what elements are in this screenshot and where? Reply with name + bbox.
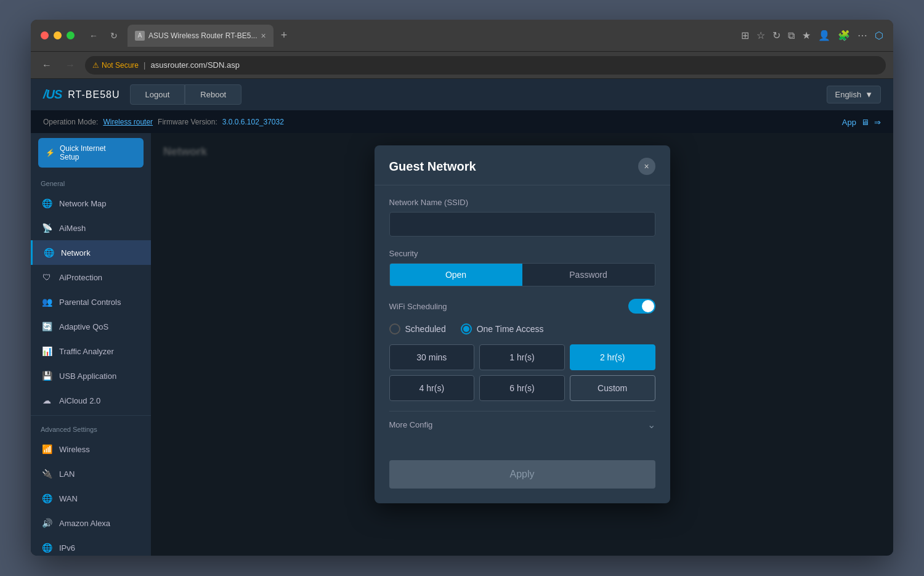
reader-view-icon[interactable]: ⊞: [741, 30, 749, 41]
sidebar-item-aimesh[interactable]: 📡 AiMesh: [31, 216, 151, 240]
firmware-version[interactable]: 3.0.0.6.102_37032: [222, 118, 284, 126]
sidebar-item-ipv6[interactable]: 🌐 IPv6: [31, 535, 151, 556]
active-tab[interactable]: A ASUS Wireless Router RT-BE5... ×: [128, 25, 274, 47]
parental-controls-icon: 👥: [41, 296, 53, 308]
security-password-button[interactable]: Password: [522, 264, 655, 286]
sidebar-item-wan[interactable]: 🌐 WAN: [31, 486, 151, 511]
language-label: English: [835, 90, 861, 99]
browser-back-button[interactable]: ←: [87, 28, 100, 43]
security-label: Security: [389, 249, 655, 258]
advanced-settings-title: Advanced Settings: [31, 418, 151, 437]
sidebar: ⚡ Quick InternetSetup General 🌐 Network …: [31, 133, 151, 556]
security-group: Security Open Password: [389, 249, 655, 286]
browser-right-icons: ⊞ ☆ ↻ ⧉ ★ 👤 🧩 ⋯ ⬡: [741, 30, 883, 41]
close-icon: ×: [644, 161, 649, 171]
app-icons: App 🖥 ⇒: [842, 118, 881, 127]
modal-title: Guest Network: [389, 160, 476, 174]
address-bar-row: ← → ⚠ Not Secure | asusrouter.com/SDN.as…: [31, 52, 893, 79]
network-name-input[interactable]: [389, 212, 655, 237]
aimesh-icon: 📡: [41, 222, 53, 234]
sidebar-item-label: Amazon Alexa: [59, 519, 110, 528]
more-config-row[interactable]: More Config ⌄: [389, 411, 655, 438]
cast-icon[interactable]: ⇒: [874, 118, 881, 127]
sidebar-item-traffic-analyzer[interactable]: 📊 Traffic Analyzer: [31, 339, 151, 363]
security-open-button[interactable]: Open: [390, 264, 522, 286]
language-select[interactable]: English ▼: [827, 86, 881, 103]
forward-button[interactable]: →: [62, 57, 79, 73]
sidebar-item-network-map[interactable]: 🌐 Network Map: [31, 191, 151, 216]
scheduling-radio-group: Scheduled One Time Access: [389, 323, 655, 335]
sidebar-item-parental-controls[interactable]: 👥 Parental Controls: [31, 290, 151, 314]
scheduled-radio-circle: [389, 323, 400, 335]
time-6hr-button[interactable]: 6 hr(s): [479, 375, 565, 401]
wifi-scheduling-toggle[interactable]: [628, 299, 655, 314]
sidebar-item-aicloud[interactable]: ☁ AiCloud 2.0: [31, 388, 151, 413]
scheduled-radio[interactable]: Scheduled: [389, 323, 446, 335]
operation-mode-value[interactable]: Wireless router: [103, 118, 153, 126]
bookmark-icon[interactable]: ☆: [756, 30, 765, 41]
reboot-button[interactable]: Reboot: [185, 84, 241, 105]
router-logo: /US RT-BE58U: [43, 87, 120, 102]
security-label: Not Secure: [102, 61, 139, 70]
tab-close-button[interactable]: ×: [261, 31, 266, 41]
router-content: /US RT-BE58U Logout Reboot English ▼ Ope…: [31, 79, 893, 556]
sidebar-item-wireless[interactable]: 📶 Wireless: [31, 437, 151, 461]
new-tab-button[interactable]: +: [276, 26, 293, 44]
fullscreen-window-button[interactable]: [67, 31, 75, 39]
sidebar-item-usb-application[interactable]: 💾 USB Application: [31, 363, 151, 388]
sidebar-item-amazon-alexa[interactable]: 🔊 Amazon Alexa: [31, 511, 151, 535]
time-options-grid: 30 mins 1 hr(s) 2 hr(s) 4 hr(s) 6 hr(s) …: [389, 344, 655, 401]
sidebar-item-label: AiProtection: [59, 273, 102, 282]
router-topbar: /US RT-BE58U Logout Reboot English ▼: [31, 79, 893, 111]
logout-button[interactable]: Logout: [130, 84, 185, 105]
modal-overlay: Guest Network × Network Name (SSID): [151, 133, 893, 556]
traffic-lights: [41, 31, 75, 39]
extensions-icon[interactable]: 🧩: [838, 30, 850, 41]
copilot-icon[interactable]: ⬡: [875, 30, 883, 41]
security-badge: ⚠ Not Secure: [92, 61, 139, 70]
apply-button[interactable]: Apply: [389, 460, 655, 489]
sidebar-item-label: Adaptive QoS: [59, 322, 108, 331]
time-1hr-button[interactable]: 1 hr(s): [479, 344, 565, 370]
firmware-label: Firmware Version:: [158, 118, 217, 126]
profile-icon[interactable]: 👤: [818, 30, 830, 41]
wireless-icon: 📶: [41, 443, 53, 455]
one-time-radio[interactable]: One Time Access: [461, 323, 544, 335]
one-time-radio-circle: [461, 323, 472, 335]
split-view-icon[interactable]: ⧉: [788, 30, 795, 41]
security-options: Open Password: [389, 263, 655, 286]
router-main: ⚡ Quick InternetSetup General 🌐 Network …: [31, 133, 893, 556]
sidebar-item-label: Network Map: [59, 199, 107, 208]
browser-reload-button[interactable]: ↻: [108, 28, 120, 43]
close-window-button[interactable]: [41, 31, 49, 39]
refresh-icon[interactable]: ↻: [772, 30, 780, 41]
modal-close-button[interactable]: ×: [638, 158, 655, 175]
minimize-window-button[interactable]: [54, 31, 62, 39]
lan-icon: 🔌: [41, 468, 53, 480]
monitor-icon[interactable]: 🖥: [861, 118, 869, 127]
traffic-analyzer-icon: 📊: [41, 345, 53, 357]
sidebar-item-network[interactable]: 🌐 Network: [31, 240, 151, 265]
reload-icon[interactable]: ↻: [108, 28, 120, 43]
sidebar-item-lan[interactable]: 🔌 LAN: [31, 461, 151, 486]
sidebar-item-label: WAN: [59, 494, 78, 503]
time-4hr-button[interactable]: 4 hr(s): [389, 375, 475, 401]
model-name: RT-BE58U: [68, 89, 120, 100]
time-custom-button[interactable]: Custom: [570, 375, 655, 401]
usb-icon: 💾: [41, 370, 53, 382]
time-30min-button[interactable]: 30 mins: [389, 344, 475, 370]
back-icon[interactable]: ←: [87, 28, 100, 43]
sidebar-item-label: AiMesh: [59, 224, 86, 233]
favorites-icon[interactable]: ★: [802, 30, 811, 41]
time-2hr-button[interactable]: 2 hr(s): [570, 344, 655, 370]
sidebar-item-aiprotection[interactable]: 🛡 AiProtection: [31, 265, 151, 290]
chevron-down-icon: ▼: [865, 90, 873, 99]
back-button[interactable]: ←: [38, 57, 55, 73]
sidebar-item-quick-internet[interactable]: ⚡ Quick InternetSetup: [38, 138, 144, 168]
warning-icon: ⚠: [92, 61, 99, 70]
sidebar-item-label: Parental Controls: [59, 298, 121, 307]
aiprotection-icon: 🛡: [41, 271, 53, 283]
more-options-icon[interactable]: ⋯: [857, 30, 867, 41]
sidebar-item-adaptive-qos[interactable]: 🔄 Adaptive QoS: [31, 314, 151, 339]
address-bar[interactable]: ⚠ Not Secure | asusrouter.com/SDN.asp: [85, 56, 886, 75]
